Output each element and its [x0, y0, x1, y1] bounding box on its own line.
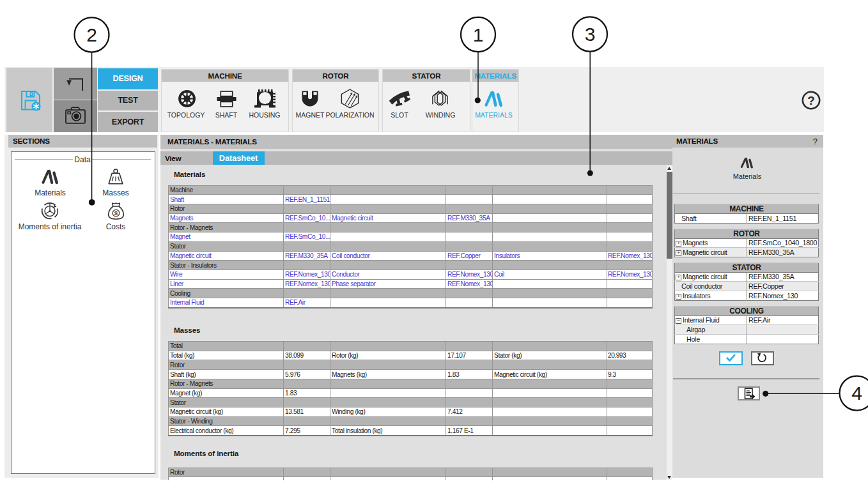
svg-text:2: 2 [86, 24, 97, 45]
svg-text:1: 1 [473, 24, 484, 45]
svg-text:4: 4 [851, 383, 862, 404]
svg-text:3: 3 [585, 24, 596, 45]
